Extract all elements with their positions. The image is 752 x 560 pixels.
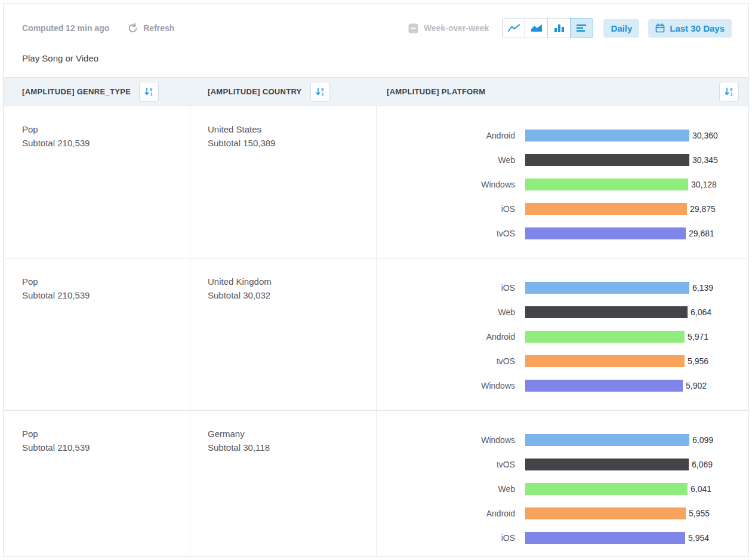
date-range-label: Last 30 Days bbox=[670, 23, 725, 33]
platform-bar[interactable] bbox=[525, 154, 689, 166]
platform-bar-row: iOS 5,954 bbox=[377, 525, 748, 550]
line-chart-icon bbox=[508, 23, 520, 33]
platform-label: Android bbox=[377, 509, 525, 518]
platform-bar-row: Windows 30,128 bbox=[377, 172, 748, 196]
week-over-week-label: Week-over-week bbox=[424, 23, 489, 33]
column-chart-button[interactable] bbox=[547, 18, 571, 38]
bar-track: 29,875 bbox=[525, 203, 748, 215]
country-cell: United Kingdom Subtotal 30,032 bbox=[190, 259, 377, 410]
platform-bar[interactable] bbox=[525, 355, 685, 367]
genre-cell: Pop Subtotal 210,539 bbox=[4, 411, 190, 557]
platform-bar[interactable] bbox=[525, 483, 688, 495]
toolbar-left: Computed 12 min ago Refresh bbox=[22, 23, 174, 34]
date-range-button[interactable]: Last 30 Days bbox=[648, 19, 732, 38]
week-over-week-toggle[interactable]: Week-over-week bbox=[408, 23, 489, 33]
bar-track: 5,956 bbox=[525, 355, 748, 367]
computed-timestamp: Computed 12 min ago bbox=[22, 23, 109, 33]
platform-bar-row: Web 6,041 bbox=[377, 476, 748, 501]
interval-daily-button[interactable]: Daily bbox=[603, 19, 639, 38]
country-value: United Kingdom bbox=[208, 275, 376, 288]
bar-track: 6,064 bbox=[525, 306, 748, 318]
event-name: Play Song or Video bbox=[22, 53, 748, 63]
platform-label: Android bbox=[377, 131, 525, 140]
country-subtotal: Subtotal 30,032 bbox=[208, 288, 376, 302]
platform-value: 6,041 bbox=[691, 484, 711, 494]
bar-track: 6,069 bbox=[525, 459, 748, 470]
platform-bar-chart: Windows 6,099 tvOS 6,069 Web 6,041 bbox=[377, 411, 748, 557]
svg-text:1: 1 bbox=[731, 91, 733, 97]
bar-track: 30,345 bbox=[525, 154, 748, 166]
platform-bar-row: Android 30,360 bbox=[377, 123, 748, 147]
platform-label: Web bbox=[377, 484, 525, 494]
platform-bar[interactable] bbox=[525, 130, 689, 141]
genre-value: Pop bbox=[22, 122, 190, 136]
genre-sort-button[interactable]: 9 1 bbox=[139, 82, 159, 101]
platform-bar[interactable] bbox=[525, 380, 683, 392]
calendar-icon bbox=[655, 23, 665, 33]
genre-cell: Pop Subtotal 210,539 bbox=[4, 259, 190, 410]
platform-bar-row: Windows 6,099 bbox=[377, 427, 748, 452]
platform-value: 5,956 bbox=[688, 356, 708, 366]
platform-bar[interactable] bbox=[525, 203, 687, 215]
horizontal-bar-chart-button[interactable] bbox=[570, 18, 593, 38]
platform-header-label: [AMPLITUDE] PLATFORM bbox=[387, 87, 485, 96]
bar-track: 5,955 bbox=[525, 507, 748, 519]
platform-bar[interactable] bbox=[525, 306, 688, 318]
platform-label: iOS bbox=[377, 204, 525, 214]
platform-value: 6,069 bbox=[692, 460, 713, 469]
platform-bar[interactable] bbox=[525, 532, 685, 544]
platform-value: 29,681 bbox=[689, 229, 714, 238]
platform-label: Windows bbox=[377, 381, 525, 390]
svg-text:1: 1 bbox=[150, 91, 153, 97]
platform-bar-row: Android 5,971 bbox=[377, 324, 748, 349]
platform-bar[interactable] bbox=[525, 282, 689, 294]
refresh-label: Refresh bbox=[143, 23, 174, 33]
line-chart-button[interactable] bbox=[502, 18, 525, 38]
platform-bar-chart: Android 30,360 Web 30,345 Windows 30,128 bbox=[377, 106, 748, 258]
platform-bar[interactable] bbox=[525, 179, 688, 190]
platform-value: 5,955 bbox=[689, 509, 710, 518]
country-header-label: [AMPLITUDE] COUNTRY bbox=[208, 87, 302, 96]
bar-track: 6,041 bbox=[525, 483, 748, 495]
platform-header: [AMPLITUDE] PLATFORM 9 1 bbox=[377, 82, 748, 101]
platform-bar-row: Windows 5,902 bbox=[377, 373, 748, 398]
analysis-card: Computed 12 min ago Refresh Week-over-we… bbox=[3, 3, 749, 557]
platform-bar-row: iOS 6,139 bbox=[377, 275, 748, 300]
area-chart-button[interactable] bbox=[525, 18, 548, 38]
genre-subtotal: Subtotal 210,539 bbox=[22, 136, 190, 150]
platform-label: tvOS bbox=[377, 356, 525, 366]
platform-sort-button[interactable]: 9 1 bbox=[719, 82, 739, 101]
platform-bar[interactable] bbox=[525, 434, 689, 446]
genre-value: Pop bbox=[22, 427, 190, 441]
platform-value: 5,954 bbox=[688, 533, 709, 543]
sort-numeric-icon: 9 1 bbox=[315, 87, 325, 97]
toolbar-right: Week-over-week bbox=[408, 18, 732, 38]
platform-bar[interactable] bbox=[525, 507, 686, 519]
platform-label: iOS bbox=[377, 283, 525, 293]
platform-bar[interactable] bbox=[525, 331, 685, 343]
area-chart-icon bbox=[531, 23, 543, 33]
sort-numeric-icon: 9 1 bbox=[724, 87, 734, 97]
platform-label: Windows bbox=[377, 435, 525, 445]
genre-header: [AMPLITUDE] GENRE_TYPE 9 1 bbox=[4, 82, 190, 101]
platform-value: 5,902 bbox=[686, 381, 707, 390]
svg-text:1: 1 bbox=[321, 91, 323, 97]
genre-cell: Pop Subtotal 210,539 bbox=[4, 106, 190, 258]
column-chart-icon bbox=[553, 23, 565, 33]
platform-bar-row: tvOS 6,069 bbox=[377, 452, 748, 476]
platform-bar[interactable] bbox=[525, 227, 686, 239]
refresh-icon bbox=[127, 23, 138, 34]
table-header: [AMPLITUDE] GENRE_TYPE 9 1 [AMPLITUDE] C… bbox=[4, 77, 748, 106]
bar-track: 30,128 bbox=[525, 179, 748, 190]
horizontal-bar-chart-icon bbox=[576, 23, 588, 33]
bar-track: 6,139 bbox=[525, 282, 748, 294]
platform-value: 6,064 bbox=[691, 307, 711, 317]
platform-bar[interactable] bbox=[525, 459, 689, 470]
platform-value: 6,099 bbox=[692, 435, 713, 445]
refresh-button[interactable]: Refresh bbox=[127, 23, 174, 34]
platform-label: Android bbox=[377, 332, 525, 341]
bar-track: 6,099 bbox=[525, 434, 748, 446]
platform-value: 6,139 bbox=[692, 283, 713, 293]
platform-bar-chart: iOS 6,139 Web 6,064 Android 5,971 bbox=[377, 259, 748, 410]
country-sort-button[interactable]: 9 1 bbox=[310, 82, 330, 101]
